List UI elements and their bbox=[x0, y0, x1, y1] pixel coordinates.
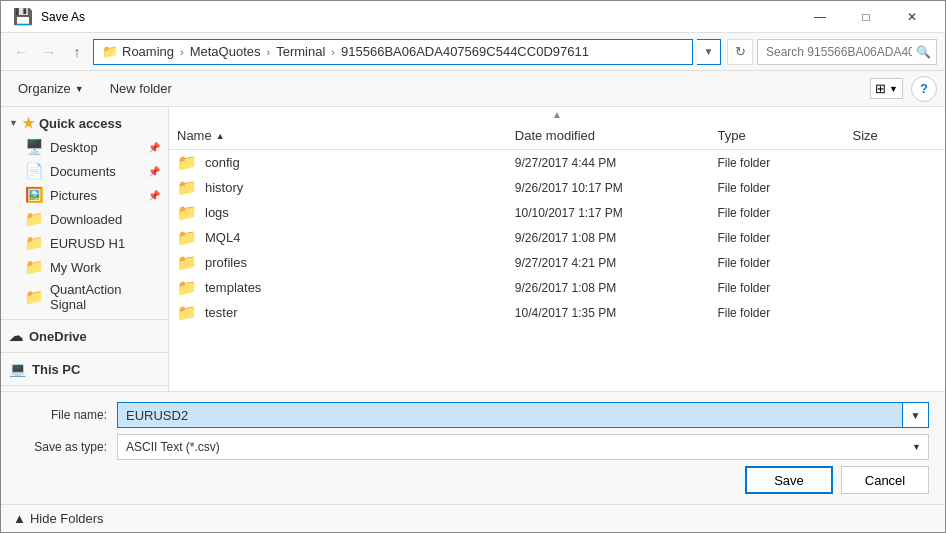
path-sep-2: › bbox=[267, 46, 271, 58]
refresh-button[interactable]: ↻ bbox=[727, 39, 753, 65]
main-content: ▼ ★ Quick access 🖥️ Desktop 📌 📄 Document… bbox=[1, 107, 945, 391]
file-type-cell: File folder bbox=[717, 281, 852, 295]
table-row[interactable]: 📁 templates 9/26/2017 1:08 PM File folde… bbox=[169, 275, 945, 300]
new-folder-button[interactable]: New folder bbox=[101, 77, 181, 100]
savetype-label: Save as type: bbox=[17, 440, 107, 454]
path-sep-1: › bbox=[180, 46, 184, 58]
minimize-button[interactable]: — bbox=[797, 5, 843, 29]
search-input[interactable] bbox=[757, 39, 937, 65]
help-button[interactable]: ? bbox=[911, 76, 937, 102]
file-date-cell: 9/27/2017 4:21 PM bbox=[515, 256, 718, 270]
table-row[interactable]: 📁 tester 10/4/2017 1:35 PM File folder bbox=[169, 300, 945, 325]
filename-input[interactable] bbox=[117, 402, 903, 428]
file-type-cell: File folder bbox=[717, 306, 852, 320]
sidebar-item-label-eurusd: EURUSD H1 bbox=[50, 236, 125, 251]
back-button[interactable]: ← bbox=[9, 40, 33, 64]
filename-label: File name: bbox=[17, 408, 107, 422]
quick-access-header[interactable]: ▼ ★ Quick access bbox=[1, 111, 168, 135]
sidebar-item-mywork[interactable]: 📁 My Work bbox=[1, 255, 168, 279]
savetype-select-wrapper: ASCII Text (*.csv) ▼ bbox=[117, 434, 929, 460]
sidebar-item-desktop[interactable]: 🖥️ Desktop 📌 bbox=[1, 135, 168, 159]
path-part-2: MetaQuotes bbox=[190, 44, 261, 59]
path-sep-3: › bbox=[331, 46, 335, 58]
file-date-cell: 9/27/2017 4:44 PM bbox=[515, 156, 718, 170]
column-size-header[interactable]: Size bbox=[853, 128, 937, 143]
quick-access-arrow: ▼ bbox=[9, 118, 18, 128]
sidebar-item-downloaded[interactable]: 📁 Downloaded bbox=[1, 207, 168, 231]
cancel-button[interactable]: Cancel bbox=[841, 466, 929, 494]
view-button[interactable]: ⊞ ▼ bbox=[870, 78, 903, 99]
file-type-cell: File folder bbox=[717, 181, 852, 195]
view-dropdown-arrow: ▼ bbox=[889, 84, 898, 94]
file-rows-container: 📁 config 9/27/2017 4:44 PM File folder 📁… bbox=[169, 150, 945, 325]
downloaded-icon: 📁 bbox=[25, 210, 44, 228]
thispc-header[interactable]: 💻 This PC bbox=[1, 357, 168, 381]
file-name-cell: 📁 logs bbox=[177, 203, 515, 222]
column-date-header[interactable]: Date modified bbox=[515, 128, 718, 143]
path-dropdown-button[interactable]: ▼ bbox=[697, 39, 721, 65]
forward-button[interactable]: → bbox=[37, 40, 61, 64]
file-name-cell: 📁 config bbox=[177, 153, 515, 172]
sidebar-item-label-quantaction: QuantAction Signal bbox=[50, 282, 160, 312]
table-row[interactable]: 📁 logs 10/10/2017 1:17 PM File folder bbox=[169, 200, 945, 225]
table-row[interactable]: 📁 profiles 9/27/2017 4:21 PM File folder bbox=[169, 250, 945, 275]
address-path[interactable]: 📁 Roaming › MetaQuotes › Terminal › 9155… bbox=[93, 39, 693, 65]
sort-arrow: ▲ bbox=[216, 131, 225, 141]
sidebar-item-label-mywork: My Work bbox=[50, 260, 101, 275]
file-date-cell: 9/26/2017 1:08 PM bbox=[515, 231, 718, 245]
view-icon: ⊞ bbox=[875, 81, 886, 96]
pictures-pin-icon: 📌 bbox=[148, 190, 160, 201]
file-date-cell: 10/10/2017 1:17 PM bbox=[515, 206, 718, 220]
sidebar-item-documents[interactable]: 📄 Documents 📌 bbox=[1, 159, 168, 183]
file-date-cell: 9/26/2017 10:17 PM bbox=[515, 181, 718, 195]
dialog-title: Save As bbox=[41, 10, 85, 24]
sidebar-item-quantaction[interactable]: 📁 QuantAction Signal bbox=[1, 279, 168, 315]
maximize-button[interactable]: □ bbox=[843, 5, 889, 29]
sidebar-item-label-desktop: Desktop bbox=[50, 140, 98, 155]
quick-access-star-icon: ★ bbox=[22, 115, 35, 131]
new-folder-label: New folder bbox=[110, 81, 172, 96]
file-date-cell: 9/26/2017 1:08 PM bbox=[515, 281, 718, 295]
file-type-cell: File folder bbox=[717, 206, 852, 220]
hide-folders-button[interactable]: ▲ Hide Folders bbox=[13, 511, 104, 526]
file-name-text: logs bbox=[205, 205, 229, 220]
onedrive-header[interactable]: ☁ OneDrive bbox=[1, 324, 168, 348]
sidebar-item-pictures[interactable]: 🖼️ Pictures 📌 bbox=[1, 183, 168, 207]
column-type-header[interactable]: Type bbox=[717, 128, 852, 143]
file-name-cell: 📁 history bbox=[177, 178, 515, 197]
column-name-header[interactable]: Name ▲ bbox=[177, 126, 515, 145]
table-row[interactable]: 📁 config 9/27/2017 4:44 PM File folder bbox=[169, 150, 945, 175]
sidebar-item-label-downloaded: Downloaded bbox=[50, 212, 122, 227]
save-as-dialog: 💾 Save As — □ ✕ ← → ↑ 📁 Roaming › MetaQu… bbox=[0, 0, 946, 533]
sidebar-item-label-documents: Documents bbox=[50, 164, 116, 179]
folder-icon: 📁 bbox=[177, 178, 197, 197]
table-row[interactable]: 📁 MQL4 9/26/2017 1:08 PM File folder bbox=[169, 225, 945, 250]
file-name-cell: 📁 MQL4 bbox=[177, 228, 515, 247]
up-button[interactable]: ↑ bbox=[65, 40, 89, 64]
column-size-label: Size bbox=[853, 128, 878, 143]
organize-button[interactable]: Organize ▼ bbox=[9, 77, 93, 100]
file-name-text: tester bbox=[205, 305, 238, 320]
desktop-pin-icon: 📌 bbox=[148, 142, 160, 153]
scroll-indicator: ▲ bbox=[169, 107, 945, 122]
folder-icon: 📁 bbox=[177, 253, 197, 272]
filename-dropdown-button[interactable]: ▼ bbox=[903, 402, 929, 428]
search-wrapper: 🔍 bbox=[757, 39, 937, 65]
hide-folders-arrow-icon: ▲ bbox=[13, 511, 26, 526]
folder-icon: 📁 bbox=[177, 228, 197, 247]
save-button[interactable]: Save bbox=[745, 466, 833, 494]
close-button[interactable]: ✕ bbox=[889, 5, 935, 29]
savetype-row: Save as type: ASCII Text (*.csv) ▼ bbox=[17, 434, 929, 460]
folder-icon: 📁 bbox=[177, 153, 197, 172]
toolbar: Organize ▼ New folder ⊞ ▼ ? bbox=[1, 71, 945, 107]
column-date-label: Date modified bbox=[515, 128, 595, 143]
savetype-select[interactable]: ASCII Text (*.csv) bbox=[117, 434, 929, 460]
table-row[interactable]: 📁 history 9/26/2017 10:17 PM File folder bbox=[169, 175, 945, 200]
help-icon: ? bbox=[920, 81, 928, 96]
organize-arrow: ▼ bbox=[75, 84, 84, 94]
file-name-cell: 📁 tester bbox=[177, 303, 515, 322]
sidebar-item-eurusd[interactable]: 📁 EURUSD H1 bbox=[1, 231, 168, 255]
documents-icon: 📄 bbox=[25, 162, 44, 180]
file-name-cell: 📁 profiles bbox=[177, 253, 515, 272]
file-type-cell: File folder bbox=[717, 256, 852, 270]
